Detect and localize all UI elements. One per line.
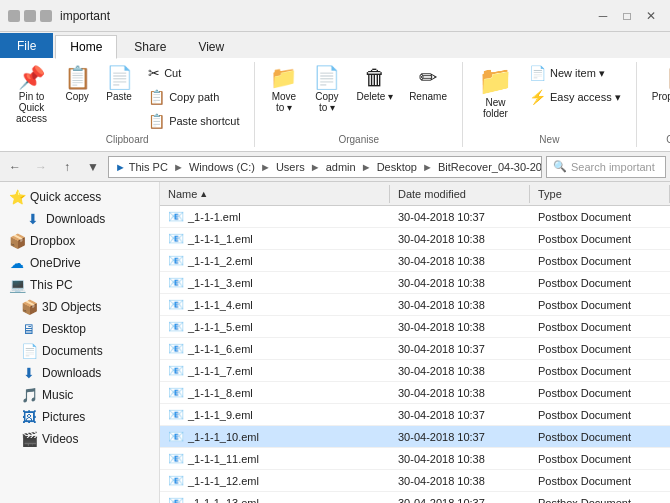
file-cell-type: Postbox Document xyxy=(530,363,670,379)
table-row[interactable]: 📧_1-1-1_3.eml30-04-2018 10:38Postbox Doc… xyxy=(160,272,670,294)
window-icon xyxy=(8,10,20,22)
nav-onedrive[interactable]: ☁ OneDrive xyxy=(0,252,159,274)
rename-button[interactable]: ✏ Rename xyxy=(402,62,454,107)
nav-pictures[interactable]: 🖼 Pictures xyxy=(0,406,159,428)
nav-pane: ⭐ Quick access ⬇ Downloads 📦 Dropbox ☁ O… xyxy=(0,182,160,503)
table-row[interactable]: 📧_1-1-1_11.eml30-04-2018 10:38Postbox Do… xyxy=(160,448,670,470)
file-cell-name: 📧_1-1-1_9.eml xyxy=(160,405,390,424)
close-button[interactable]: ✕ xyxy=(640,5,662,27)
col-header-name[interactable]: Name ▲ xyxy=(160,185,390,203)
scissors-icon: ✂ xyxy=(148,65,160,81)
table-row[interactable]: 📧_1-1-1_13.eml30-04-2018 10:37Postbox Do… xyxy=(160,492,670,503)
table-row[interactable]: 📧_1-1-1_1.eml30-04-2018 10:38Postbox Doc… xyxy=(160,228,670,250)
tab-home[interactable]: Home xyxy=(55,35,117,59)
sort-arrow-name: ▲ xyxy=(199,189,208,199)
back-button[interactable]: ← xyxy=(4,156,26,178)
nav-dropbox[interactable]: 📦 Dropbox xyxy=(0,230,159,252)
nav-documents[interactable]: 📄 Documents xyxy=(0,340,159,362)
file-cell-name: 📧_1-1-1_8.eml xyxy=(160,383,390,402)
file-cell-name: 📧_1-1-1_3.eml xyxy=(160,273,390,292)
up-button[interactable]: ↑ xyxy=(56,156,78,178)
paste-button[interactable]: 📄 Paste xyxy=(99,62,139,107)
file-icon: 📧 xyxy=(168,385,184,400)
maximize-button[interactable]: □ xyxy=(616,5,638,27)
videos-icon: 🎬 xyxy=(20,431,38,447)
table-row[interactable]: 📧_1-1-1_8.eml30-04-2018 10:38Postbox Doc… xyxy=(160,382,670,404)
file-cell-date: 30-04-2018 10:37 xyxy=(390,407,530,423)
file-cell-name: 📧_1-1-1_10.eml xyxy=(160,427,390,446)
table-row[interactable]: 📧_1-1-1_6.eml30-04-2018 10:37Postbox Doc… xyxy=(160,338,670,360)
table-row[interactable]: 📧_1-1-1_7.eml30-04-2018 10:38Postbox Doc… xyxy=(160,360,670,382)
file-cell-name: 📧_1-1-1_6.eml xyxy=(160,339,390,358)
new-item-icon: 📄 xyxy=(529,65,546,81)
file-icon: 📧 xyxy=(168,231,184,246)
nav-music[interactable]: 🎵 Music xyxy=(0,384,159,406)
move-to-button[interactable]: 📁 Moveto ▾ xyxy=(263,62,304,118)
address-area: ← → ↑ ▼ ► This PC ► Windows (C:) ► Users… xyxy=(0,152,670,182)
file-cell-name: 📧_1-1-1_5.eml xyxy=(160,317,390,336)
col-header-date[interactable]: Date modified xyxy=(390,185,530,203)
organise-items: 📁 Moveto ▾ 📄 Copyto ▾ 🗑 Delete ▾ ✏ Renam… xyxy=(263,62,454,132)
new-item-button[interactable]: 📄 New item ▾ xyxy=(522,62,628,84)
tab-share[interactable]: Share xyxy=(119,35,181,58)
nav-downloads[interactable]: ⬇ Downloads xyxy=(0,362,159,384)
file-icon: 📧 xyxy=(168,297,184,312)
table-row[interactable]: 📧_1-1-1_4.eml30-04-2018 10:38Postbox Doc… xyxy=(160,294,670,316)
nav-this-pc[interactable]: 💻 This PC xyxy=(0,274,159,296)
file-icon: 📧 xyxy=(168,495,184,503)
table-row[interactable]: 📧_1-1-1_5.eml30-04-2018 10:38Postbox Doc… xyxy=(160,316,670,338)
forward-button[interactable]: → xyxy=(30,156,52,178)
recent-locations-button[interactable]: ▼ xyxy=(82,156,104,178)
table-row[interactable]: 📧_1-1-1.eml30-04-2018 10:37Postbox Docum… xyxy=(160,206,670,228)
nav-videos[interactable]: 🎬 Videos xyxy=(0,428,159,450)
search-bar[interactable]: 🔍 Search important xyxy=(546,156,666,178)
table-row[interactable]: 📧_1-1-1_2.eml30-04-2018 10:38Postbox Doc… xyxy=(160,250,670,272)
delete-button[interactable]: 🗑 Delete ▾ xyxy=(349,62,400,107)
file-icon: 📧 xyxy=(168,275,184,290)
tab-file[interactable]: File xyxy=(0,33,53,58)
ribbon-tabs: File Home Share View xyxy=(0,32,670,58)
address-bar[interactable]: ► This PC ► Windows (C:) ► Users ► admin… xyxy=(108,156,542,178)
easy-access-button[interactable]: ⚡ Easy access ▾ xyxy=(522,86,628,108)
nav-downloads-quick[interactable]: ⬇ Downloads xyxy=(0,208,159,230)
organise-label: Organise xyxy=(338,132,379,147)
file-cell-type: Postbox Document xyxy=(530,275,670,291)
nav-downloads-quick-label: Downloads xyxy=(46,212,105,226)
file-cell-date: 30-04-2018 10:38 xyxy=(390,385,530,401)
file-cell-date: 30-04-2018 10:38 xyxy=(390,363,530,379)
file-icon: 📧 xyxy=(168,429,184,444)
col-header-type[interactable]: Type xyxy=(530,185,670,203)
nav-quick-access[interactable]: ⭐ Quick access xyxy=(0,186,159,208)
file-cell-name: 📧_1-1-1_2.eml xyxy=(160,251,390,270)
search-icon: 🔍 xyxy=(553,160,567,173)
paste-shortcut-button[interactable]: 📋 Paste shortcut xyxy=(141,110,246,132)
nav-desktop[interactable]: 🖥 Desktop xyxy=(0,318,159,340)
downloads-icon: ⬇ xyxy=(20,365,38,381)
file-cell-type: Postbox Document xyxy=(530,297,670,313)
downloads-quick-icon: ⬇ xyxy=(24,211,42,227)
dropbox-icon: 📦 xyxy=(8,233,26,249)
pin-quick-access-button[interactable]: 📌 Pin to Quick access xyxy=(8,62,55,129)
copy-to-button[interactable]: 📄 Copyto ▾ xyxy=(306,62,347,118)
file-cell-type: Postbox Document xyxy=(530,209,670,225)
paste-icon: 📄 xyxy=(106,67,133,89)
new-folder-button[interactable]: 📁 Newfolder xyxy=(471,62,520,124)
table-row[interactable]: 📧_1-1-1_12.eml30-04-2018 10:38Postbox Do… xyxy=(160,470,670,492)
nav-3d-objects[interactable]: 📦 3D Objects xyxy=(0,296,159,318)
copy-path-button[interactable]: 📋 Copy path xyxy=(141,86,246,108)
minimize-button[interactable]: ─ xyxy=(592,5,614,27)
tab-view[interactable]: View xyxy=(183,35,239,58)
table-row[interactable]: 📧_1-1-1_9.eml30-04-2018 10:37Postbox Doc… xyxy=(160,404,670,426)
cut-button[interactable]: ✂ Cut xyxy=(141,62,246,84)
nav-quick-access-label: Quick access xyxy=(30,190,101,204)
window-icon3 xyxy=(40,10,52,22)
clipboard-items: 📌 Pin to Quick access 📋 Copy 📄 Paste ✂ C… xyxy=(8,62,246,132)
file-rows: 📧_1-1-1.eml30-04-2018 10:37Postbox Docum… xyxy=(160,206,670,503)
table-row[interactable]: 📧_1-1-1_10.eml30-04-2018 10:37Postbox Do… xyxy=(160,426,670,448)
properties-button[interactable]: 📋 Properties ▾ xyxy=(645,62,670,107)
copy-button[interactable]: 📋 Copy xyxy=(57,62,97,107)
file-icon: 📧 xyxy=(168,319,184,334)
file-list-pane: Name ▲ Date modified Type 📧_1-1-1.eml30-… xyxy=(160,182,670,503)
documents-icon: 📄 xyxy=(20,343,38,359)
file-list-header: Name ▲ Date modified Type xyxy=(160,182,670,206)
